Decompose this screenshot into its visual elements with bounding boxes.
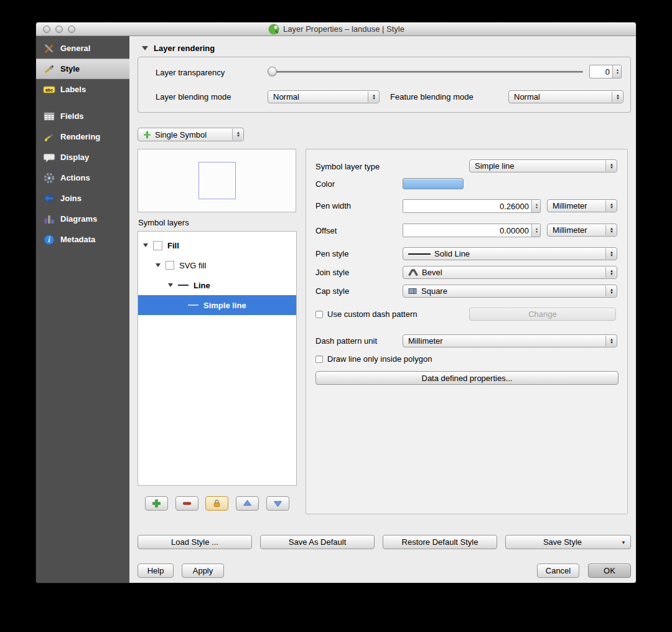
layer-blending-mode-select[interactable]: Normal xyxy=(268,90,380,103)
draw-inside-polygon-row: Draw line only inside polygon xyxy=(315,354,432,364)
layer-transparency-slider[interactable] xyxy=(268,67,583,77)
use-custom-dash-pattern-label: Use custom dash pattern xyxy=(327,309,418,319)
pen-width-unit-select[interactable]: Millimeter xyxy=(547,199,617,212)
restore-default-style-button[interactable]: Restore Default Style xyxy=(383,535,497,549)
apply-button[interactable]: Apply xyxy=(182,564,224,578)
save-as-default-button[interactable]: Save As Default xyxy=(260,535,375,549)
sidebar-item-label: Metadata xyxy=(60,235,95,244)
cap-style-select[interactable]: Square xyxy=(403,285,617,298)
disclosure-triangle-icon[interactable] xyxy=(142,46,148,50)
color-swatch-button[interactable] xyxy=(403,178,464,189)
sidebar-item-label: Actions xyxy=(60,173,90,182)
sidebar-item-fields[interactable]: Fields xyxy=(36,106,129,126)
pen-width-label: Pen width xyxy=(315,201,351,210)
general-icon xyxy=(43,42,55,55)
move-up-button[interactable] xyxy=(236,496,259,511)
tree-row-label: SVG fill xyxy=(179,261,206,270)
restore-default-style-label: Restore Default Style xyxy=(402,537,478,547)
layer-blending-mode-label: Layer blending mode xyxy=(156,92,231,101)
offset-unit-value: Millimeter xyxy=(553,225,587,235)
minimize-window-button[interactable] xyxy=(55,26,63,33)
window-controls xyxy=(43,26,75,33)
feature-blending-mode-label: Feature blending mode xyxy=(390,92,474,101)
tree-row-simple-line[interactable]: Simple line xyxy=(138,295,296,315)
symbol-layers-tree[interactable]: Fill SVG fill Line Simple line xyxy=(138,231,297,486)
pen-width-input[interactable]: 0.26000 xyxy=(403,199,541,213)
sidebar-item-label: Joins xyxy=(60,194,82,203)
joins-icon xyxy=(43,192,55,205)
layer-transparency-label: Layer transparency xyxy=(156,68,225,77)
close-window-button[interactable] xyxy=(43,26,50,33)
qgis-logo-icon xyxy=(268,23,280,35)
titlebar[interactable]: Layer Properties – landuse | Style xyxy=(36,22,636,36)
cap-style-value: Square xyxy=(421,286,447,296)
use-custom-dash-pattern-checkbox[interactable] xyxy=(315,311,323,318)
slider-track[interactable] xyxy=(268,71,583,73)
join-style-select[interactable]: Bevel xyxy=(403,266,617,279)
tree-row-line[interactable]: Line xyxy=(138,275,296,295)
ok-button[interactable]: OK xyxy=(588,564,631,578)
window-title-text: Layer Properties – landuse | Style xyxy=(283,24,404,34)
feature-blending-mode-value: Normal xyxy=(514,92,540,101)
disclosure-triangle-icon[interactable] xyxy=(156,263,161,267)
sidebar-item-rendering[interactable]: Rendering xyxy=(36,126,129,147)
sidebar-item-display[interactable]: Display xyxy=(36,147,129,167)
data-defined-properties-button[interactable]: Data defined properties... xyxy=(315,371,618,385)
sidebar-item-style[interactable]: Style xyxy=(36,59,129,79)
arrow-down-icon xyxy=(273,499,282,508)
metadata-icon: i xyxy=(43,233,55,246)
join-style-value: Bevel xyxy=(422,268,442,277)
sidebar-item-actions[interactable]: Actions xyxy=(36,167,129,188)
sidebar-item-diagrams[interactable]: Diagrams xyxy=(36,209,129,229)
sidebar-item-label: General xyxy=(60,44,90,53)
layer-transparency-value[interactable]: 0 xyxy=(589,65,622,78)
change-dash-pattern-button: Change xyxy=(469,308,616,321)
join-style-label: Join style xyxy=(315,268,349,277)
dash-pattern-unit-select[interactable]: Millimeter xyxy=(403,334,617,347)
lock-color-button[interactable] xyxy=(205,496,228,511)
help-button[interactable]: Help xyxy=(138,564,174,578)
display-icon xyxy=(43,151,55,164)
cancel-label: Cancel xyxy=(546,566,571,575)
symbol-layer-type-select[interactable]: Simple line xyxy=(469,159,617,172)
feature-blending-mode-select[interactable]: Normal xyxy=(508,90,623,103)
sidebar: General Style abc Labels xyxy=(36,36,129,583)
sidebar-item-joins[interactable]: Joins xyxy=(36,188,129,209)
save-style-button[interactable]: Save Style xyxy=(505,535,631,549)
labels-icon: abc xyxy=(43,83,55,96)
zoom-window-button[interactable] xyxy=(68,26,75,33)
pen-style-select[interactable]: Solid Line xyxy=(403,247,617,260)
draw-inside-polygon-checkbox[interactable] xyxy=(315,356,323,363)
offset-unit-select[interactable]: Millimeter xyxy=(547,224,617,237)
use-custom-dash-pattern-row: Use custom dash pattern xyxy=(315,309,418,319)
tree-row-svg-fill[interactable]: SVG fill xyxy=(138,255,296,275)
move-down-button[interactable] xyxy=(266,496,289,511)
simple-line-symbol-icon xyxy=(188,304,198,306)
layer-rendering-section-header[interactable]: Layer rendering xyxy=(142,44,215,53)
cancel-button[interactable]: Cancel xyxy=(537,564,579,578)
dash-pattern-unit-label: Dash pattern unit xyxy=(315,336,377,346)
data-defined-properties-label: Data defined properties... xyxy=(422,374,513,383)
disclosure-triangle-icon[interactable] xyxy=(143,243,148,247)
fill-symbol-icon xyxy=(153,241,162,250)
offset-input[interactable]: 0.00000 xyxy=(403,224,541,237)
symbol-layer-type-label: Symbol layer type xyxy=(315,162,380,171)
remove-symbol-layer-button[interactable] xyxy=(175,496,198,511)
plus-icon xyxy=(152,499,161,508)
offset-label: Offset xyxy=(315,226,337,235)
slider-handle[interactable] xyxy=(268,67,277,76)
symbol-layers-label: Symbol layers xyxy=(138,218,189,227)
load-style-button[interactable]: Load Style ... xyxy=(138,535,252,549)
sidebar-item-label: Display xyxy=(60,153,89,162)
sidebar-item-general[interactable]: General xyxy=(36,38,129,59)
actions-icon xyxy=(43,172,55,184)
renderer-select[interactable]: Single Symbol xyxy=(138,128,244,141)
sidebar-item-metadata[interactable]: i Metadata xyxy=(36,229,129,250)
tree-row-fill[interactable]: Fill xyxy=(138,235,296,255)
ok-label: OK xyxy=(604,566,615,575)
sidebar-item-labels[interactable]: abc Labels xyxy=(36,79,129,100)
disclosure-triangle-icon[interactable] xyxy=(168,283,173,287)
add-symbol-layer-button[interactable] xyxy=(145,496,168,511)
fields-icon xyxy=(43,110,55,123)
chevron-down-icon[interactable] xyxy=(621,539,626,545)
